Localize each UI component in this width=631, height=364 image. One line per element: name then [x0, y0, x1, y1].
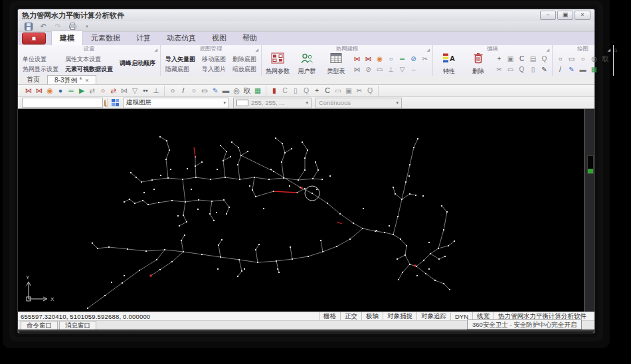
ribbon-button-属性文本设置[interactable]: 属性文本设置: [63, 55, 115, 64]
redo-icon[interactable]: ↷: [52, 22, 63, 31]
search-icon[interactable]: [104, 100, 106, 106]
dialog-launcher-icon[interactable]: ◢: [607, 46, 610, 54]
drawing-canvas[interactable]: YX: [18, 109, 585, 312]
exchanger-icon[interactable]: ⇄: [109, 86, 118, 96]
brush-icon[interactable]: ▯: [528, 65, 538, 74]
circle-icon[interactable]: ○: [168, 86, 177, 96]
tab-元素数据[interactable]: 元素数据: [83, 31, 128, 45]
paste-icon[interactable]: ▤: [528, 54, 538, 64]
magnify-icon[interactable]: Q: [365, 86, 375, 96]
layer-select[interactable]: 建模图层 ▾: [123, 98, 229, 108]
pencil-icon[interactable]: ✎: [211, 86, 220, 96]
status-toggle-正交[interactable]: 正交: [340, 312, 361, 321]
search-input[interactable]: [23, 99, 104, 106]
tee-icon[interactable]: ⊥: [386, 65, 396, 74]
valve-icon[interactable]: ⋈: [24, 86, 33, 96]
save-icon[interactable]: [23, 22, 34, 31]
doc-tab-8-3算例[interactable]: 8-3算例*×: [47, 75, 96, 84]
user-group-button[interactable]: 用户群: [294, 52, 320, 76]
circle-icon[interactable]: ○: [555, 54, 565, 64]
close-tab-icon[interactable]: ×: [85, 77, 88, 84]
ribbon-button-删除底图[interactable]: 删除底图: [230, 55, 258, 64]
redo-icon[interactable]: C: [280, 86, 290, 96]
status-toggle-DYN[interactable]: DYN: [450, 313, 472, 320]
ribbon-button-导入图片[interactable]: 导入图片: [200, 65, 228, 74]
dialog-launcher-icon[interactable]: ◢: [426, 46, 430, 54]
valve-open-icon[interactable]: ⋈: [120, 86, 129, 96]
pick-text-icon[interactable]: 取: [242, 86, 252, 96]
pipe-icon[interactable]: ═: [397, 54, 407, 64]
linetype-select[interactable]: Continuous ▾: [316, 98, 402, 108]
ribbon-button-移动底图[interactable]: 移动底图: [200, 55, 228, 64]
tab-动态仿真[interactable]: 动态仿真: [159, 31, 204, 45]
status-toggle-对象追踪[interactable]: 对象追踪: [416, 312, 450, 321]
ribbon-button-元素可视数据设置[interactable]: 元素可视数据设置: [63, 65, 115, 74]
polyline-icon[interactable]: ▬: [221, 86, 230, 96]
status-toggle-栅格[interactable]: 栅格: [319, 312, 340, 321]
donut-icon[interactable]: ◎: [589, 54, 599, 64]
tab-帮助[interactable]: 帮助: [234, 31, 265, 45]
status-toggle-对象捕捉[interactable]: 对象捕捉: [383, 312, 416, 321]
magnify-icon[interactable]: Q: [517, 65, 527, 74]
tab-建模[interactable]: 建模: [51, 31, 83, 45]
tee-icon[interactable]: ⊥: [151, 86, 161, 96]
donut-icon[interactable]: ◎: [232, 86, 241, 96]
copy-icon[interactable]: ▣: [344, 86, 353, 96]
dots-icon[interactable]: ••: [141, 86, 150, 96]
delete-icon[interactable]: ▮: [270, 86, 279, 96]
valve-open-icon[interactable]: ⋈: [352, 65, 362, 74]
pipe-icon[interactable]: ═: [66, 86, 76, 96]
dialog-launcher-icon[interactable]: ◢: [255, 46, 258, 54]
ellipse-icon[interactable]: ○: [578, 54, 588, 64]
paste-icon[interactable]: ▯: [291, 86, 300, 96]
color-select[interactable]: 255, 255, ... ▾: [233, 98, 312, 108]
pump-icon[interactable]: ◉: [45, 86, 54, 96]
ribbon-button-缩放底图[interactable]: 缩放底图: [230, 65, 258, 74]
ellipse-icon[interactable]: ○: [189, 86, 199, 96]
split-icon[interactable]: ✂: [420, 54, 430, 64]
search-box[interactable]: [22, 98, 103, 108]
ribbon-button-单位设置[interactable]: 单位设置: [21, 55, 60, 64]
layers-icon[interactable]: [112, 99, 119, 106]
line-icon[interactable]: /: [179, 86, 188, 96]
line-icon[interactable]: /: [555, 65, 565, 74]
print-icon[interactable]: [67, 22, 78, 31]
properties-button[interactable]: A特性: [436, 52, 462, 76]
move-icon[interactable]: +: [494, 54, 504, 64]
close-button[interactable]: ×: [575, 11, 590, 20]
heat-net-params-button[interactable]: 热网参数: [264, 52, 291, 76]
copy-icon[interactable]: ▣: [505, 54, 515, 64]
dialog-launcher-icon[interactable]: ◢: [154, 46, 157, 54]
image-icon[interactable]: ▦: [253, 86, 262, 96]
node-icon[interactable]: ●: [56, 86, 65, 96]
polyline-icon[interactable]: ▬: [578, 65, 588, 74]
branch-icon[interactable]: ⇄: [88, 86, 97, 96]
zoom-icon[interactable]: Q: [539, 54, 549, 64]
zoom-icon[interactable]: Q: [302, 86, 311, 96]
rectangle-icon[interactable]: ▭: [567, 54, 577, 64]
ribbon-options-icon[interactable]: ⌂: [614, 45, 622, 76]
valve-icon[interactable]: ⋈: [352, 54, 362, 64]
pump-icon[interactable]: ◉: [375, 54, 385, 64]
dialog-launcher-icon[interactable]: ◢: [546, 46, 549, 54]
doc-tab-首页[interactable]: 首页: [19, 74, 47, 84]
qat-dropdown-icon[interactable]: ▾: [82, 22, 92, 31]
ribbon-button-调峰启动顺序[interactable]: 调峰启动顺序: [118, 59, 157, 68]
valve2-icon[interactable]: ⋈: [363, 54, 373, 64]
ribbon-button-隐藏底图[interactable]: 隐藏底图: [163, 65, 197, 74]
filter-icon[interactable]: ▽: [397, 65, 407, 74]
move-icon[interactable]: +: [312, 86, 321, 96]
block-icon[interactable]: ⊘: [408, 54, 418, 64]
no-flow-icon[interactable]: ⊘: [363, 65, 373, 74]
minimize-button[interactable]: –: [540, 11, 556, 20]
valve2-icon[interactable]: ⋈: [35, 86, 44, 96]
rotate-icon[interactable]: C: [323, 86, 332, 96]
segment-icon[interactable]: –: [408, 65, 418, 74]
cmd-tab-消息窗口[interactable]: 消息窗口: [59, 321, 96, 330]
run-icon[interactable]: ▶: [77, 86, 86, 96]
pencil-icon[interactable]: ✎: [539, 65, 549, 74]
rotate-icon[interactable]: C: [517, 54, 527, 64]
rectangle-icon[interactable]: ▭: [200, 86, 209, 96]
app-button[interactable]: [22, 33, 46, 45]
node-icon[interactable]: ○: [386, 54, 396, 64]
